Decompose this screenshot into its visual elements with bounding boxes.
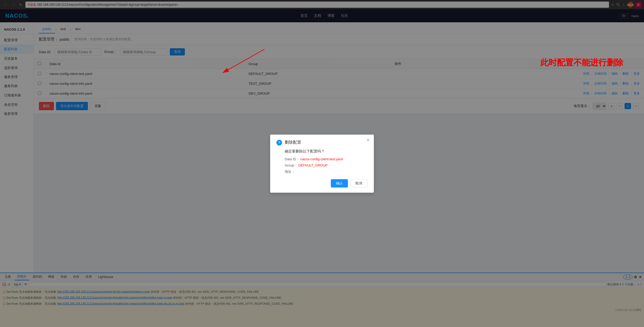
annotation-arrow: [156, 39, 285, 91]
modal-body: 确定要删除以下配置吗？ Data ID： nacos-config-client…: [285, 149, 368, 174]
modal-info-icon: ?: [276, 140, 282, 145]
svg-line-1: [223, 49, 264, 73]
annotation-text: 此时配置不能进行删除: [540, 57, 623, 68]
modal-title: 删除配置: [285, 140, 301, 145]
modal-data-id-field: Data ID： nacos-config-client-test.yaml: [285, 157, 368, 162]
modal-group-value: DEFAULT_GROUP: [298, 163, 327, 167]
modal-address-label: 地址：: [285, 170, 295, 173]
modal-group-label: Group：: [285, 163, 297, 167]
delete-config-modal: ✕ ? 删除配置 确定要删除以下配置吗？ Data ID： nacos-conf…: [270, 135, 374, 193]
modal-subtitle: 确定要删除以下配置吗？: [285, 149, 368, 154]
page-wrapper: ← → ↻ 不安全 192.168.159.130:1111/nacos/#/c…: [0, 0, 644, 327]
modal-header: ? 删除配置: [276, 140, 368, 145]
modal-close-button[interactable]: ✕: [366, 138, 370, 143]
modal-data-id-label: Data ID：: [285, 157, 299, 161]
modal-overlay[interactable]: ✕ ? 删除配置 确定要删除以下配置吗？ Data ID： nacos-conf…: [0, 0, 644, 327]
modal-group-field: Group： DEFAULT_GROUP: [285, 163, 368, 168]
modal-cancel-button[interactable]: 取消: [350, 179, 368, 187]
modal-address-field: 地址：: [285, 169, 368, 174]
modal-confirm-button[interactable]: 确认: [331, 179, 348, 187]
modal-footer: 确认 取消: [276, 179, 368, 187]
modal-data-id-value: nacos-config-client-test.yaml: [300, 157, 343, 161]
